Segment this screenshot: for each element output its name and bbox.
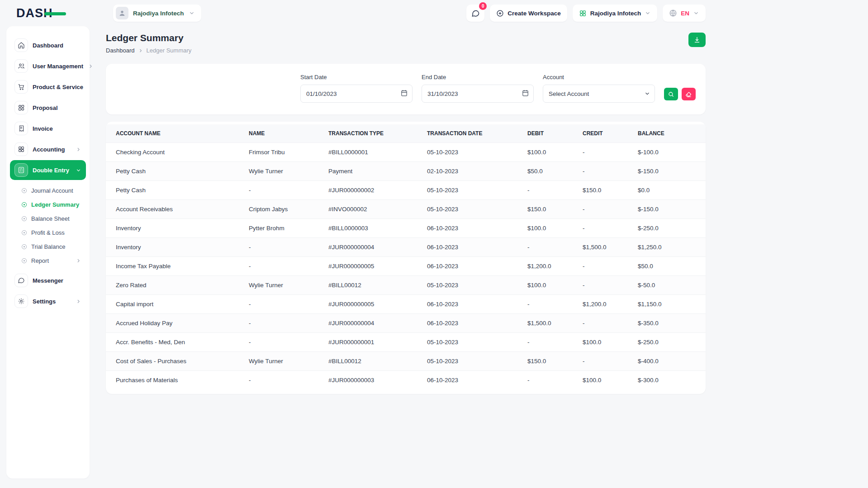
sidebar-item-proposal[interactable]: Proposal <box>10 98 86 118</box>
sidebar-item-dashboard[interactable]: Dashboard <box>10 35 86 55</box>
sidebar-item-settings[interactable]: Settings <box>10 291 86 311</box>
globe-icon <box>669 9 677 17</box>
chevron-right-icon <box>76 147 81 152</box>
column-header: CREDIT <box>575 124 631 143</box>
subitem-label: Profit & Loss <box>31 229 65 236</box>
table-cell: #JUR000000002 <box>321 181 420 200</box>
sidebar-item-accounting[interactable]: Accounting <box>10 139 86 159</box>
table-cell: $0.0 <box>631 181 706 200</box>
table-cell: #JUR000000003 <box>321 371 420 390</box>
table-cell: - <box>520 181 575 200</box>
table-cell: $1,200.0 <box>520 257 575 276</box>
sidebar-subitem-report[interactable]: Report <box>6 254 90 268</box>
create-workspace-button[interactable]: Create Workspace <box>490 5 567 22</box>
table-cell: 05-10-2023 <box>420 333 520 352</box>
start-date-field: Start Date <box>300 74 413 103</box>
start-date-input[interactable] <box>300 85 413 103</box>
table-cell: $100.0 <box>575 371 631 390</box>
table-cell: 05-10-2023 <box>420 352 520 371</box>
table-cell: - <box>520 295 575 314</box>
table-cell: - <box>242 371 321 390</box>
home-icon <box>14 38 28 52</box>
table-cell: - <box>575 143 631 162</box>
download-button[interactable] <box>688 33 706 47</box>
table-cell: #JUR000000004 <box>321 238 420 257</box>
table-cell: Payment <box>321 162 420 181</box>
sidebar-item-product-service[interactable]: Product & Service <box>10 77 86 97</box>
table-cell: - <box>242 295 321 314</box>
table-row: Inventory-#JUR00000000406-10-2023-$1,500… <box>106 238 706 257</box>
table-row: Accrued Holiday Pay-#JUR00000000406-10-2… <box>106 314 706 333</box>
sidebar-item-double-entry[interactable]: Double Entry <box>10 160 86 180</box>
app-shell: Dashboard User Management Product & Serv… <box>6 26 706 479</box>
table-cell: Cost of Sales - Purchases <box>106 352 242 371</box>
header-actions: 0 Create Workspace Rajodiya Infotech <box>466 5 706 22</box>
sidebar: Dashboard User Management Product & Serv… <box>6 26 90 479</box>
table-row: InventoryPytter Brohm#BILL000000306-10-2… <box>106 219 706 238</box>
table-cell: Accrued Holiday Pay <box>106 314 242 333</box>
download-icon <box>693 36 701 43</box>
sidebar-item-invoice[interactable]: Invoice <box>10 118 86 138</box>
account-label: Account <box>543 74 655 81</box>
table-cell: $100.0 <box>520 143 575 162</box>
breadcrumb: Dashboard Ledger Summary <box>106 47 191 54</box>
table-cell: $-400.0 <box>631 352 706 371</box>
language-selector[interactable]: EN <box>663 5 706 22</box>
chevron-down-icon <box>76 167 81 173</box>
account-select[interactable]: Select Account <box>543 85 655 103</box>
sidebar-subitem-trial-balance[interactable]: Trial Balance <box>6 240 90 254</box>
table-cell: 06-10-2023 <box>420 371 520 390</box>
table-cell: Inventory <box>106 238 242 257</box>
messages-button[interactable]: 0 <box>466 5 484 22</box>
chevron-right-icon <box>76 298 81 304</box>
ledger-icon <box>14 163 28 177</box>
table-cell: Checking Account <box>106 143 242 162</box>
table-cell: 06-10-2023 <box>420 219 520 238</box>
column-header: NAME <box>242 124 321 143</box>
sidebar-subitem-balance-sheet[interactable]: Balance Sheet <box>6 212 90 226</box>
table-cell: - <box>242 238 321 257</box>
chevron-down-icon <box>645 10 651 16</box>
breadcrumb-dashboard-link[interactable]: Dashboard <box>106 47 135 54</box>
table-row: Zero RatedWylie Turner#BILL0001205-10-20… <box>106 276 706 295</box>
table-cell: - <box>242 181 321 200</box>
workspace-selector[interactable]: Rajodiya Infotech <box>113 5 201 22</box>
end-date-input[interactable] <box>422 85 534 103</box>
table-row: Checking AccountFrimsor Tribu#BILL000000… <box>106 143 706 162</box>
table-cell: $150.0 <box>520 200 575 219</box>
table-cell: - <box>242 314 321 333</box>
filter-card: Start Date End Date <box>106 64 706 114</box>
table-cell: - <box>520 238 575 257</box>
table-cell: - <box>575 257 631 276</box>
sidebar-subitem-profit-loss[interactable]: Profit & Loss <box>6 226 90 240</box>
workspace-avatar <box>116 7 128 19</box>
chevron-down-icon <box>693 10 699 16</box>
account-field: Account Select Account <box>543 74 655 103</box>
table-cell: Petty Cash <box>106 181 242 200</box>
sidebar-subitem-ledger-summary[interactable]: Ledger Summary <box>6 198 90 212</box>
table-cell: - <box>575 200 631 219</box>
top-header: DASH Rajodiya Infotech 0 <box>6 0 706 26</box>
table-row: Accr. Benefits - Med, Den-#JUR0000000010… <box>106 333 706 352</box>
chevron-down-icon <box>189 10 195 16</box>
table-cell: - <box>242 333 321 352</box>
apply-filter-button[interactable] <box>664 88 678 100</box>
start-date-label: Start Date <box>300 74 413 81</box>
table-cell: 05-10-2023 <box>420 200 520 219</box>
bullet-circle-icon <box>22 202 27 207</box>
sidebar-item-messenger[interactable]: Messenger <box>10 270 86 290</box>
sidebar-subitem-journal-account[interactable]: Journal Account <box>6 184 90 198</box>
reset-filter-button[interactable] <box>682 88 696 100</box>
company-selector[interactable]: Rajodiya Infotech <box>573 5 658 22</box>
table-cell: $1,200.0 <box>575 295 631 314</box>
table-cell: #JUR000000004 <box>321 314 420 333</box>
brand-logo: DASH <box>16 6 84 20</box>
bullet-circle-icon <box>22 230 27 235</box>
table-cell: Criptom Jabys <box>242 200 321 219</box>
table-cell: Purchases of Materials <box>106 371 242 390</box>
table-cell: - <box>575 276 631 295</box>
sidebar-item-label: User Management <box>33 63 83 70</box>
table-cell: $-150.0 <box>631 162 706 181</box>
account-selected-value: Select Account <box>549 90 589 97</box>
sidebar-item-user-management[interactable]: User Management <box>10 56 86 76</box>
